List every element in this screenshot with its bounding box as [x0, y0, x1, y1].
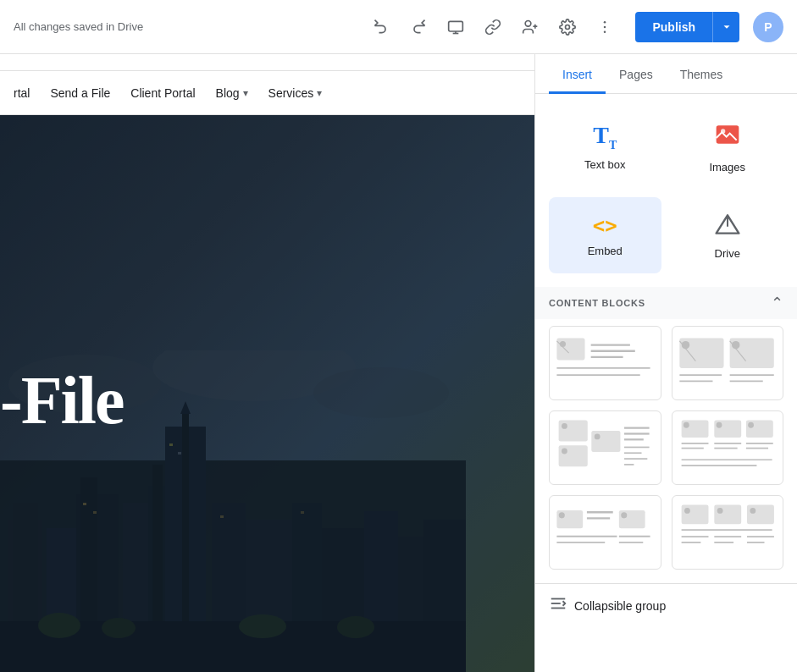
svg-point-81	[716, 422, 722, 428]
insert-images-button[interactable]: Images	[672, 107, 784, 187]
editor-area: rtal Send a File Client Portal Blog ▾ Se…	[0, 54, 534, 672]
insert-grid: TT Text box Images <> Embed	[535, 94, 797, 287]
svg-point-83	[748, 422, 754, 428]
collapsible-group-label: Collapsible group	[574, 599, 666, 613]
avatar[interactable]: P	[753, 12, 783, 42]
settings-button[interactable]	[551, 10, 584, 44]
svg-rect-106	[747, 505, 774, 525]
saved-status: All changes saved in Drive	[14, 20, 357, 33]
insert-textbox-button[interactable]: TT Text box	[549, 107, 661, 187]
nav-send-a-file[interactable]: Send a File	[50, 86, 110, 100]
drive-icon	[714, 211, 741, 240]
svg-point-68	[562, 449, 567, 454]
publish-button[interactable]: Publish	[635, 12, 712, 42]
images-icon	[714, 121, 741, 154]
content-blocks-grid	[535, 319, 797, 583]
drive-label: Drive	[715, 247, 740, 260]
tab-insert[interactable]: Insert	[549, 54, 606, 94]
preview-button[interactable]	[439, 10, 473, 44]
topbar: All changes saved in Drive Publish P	[0, 0, 797, 54]
embed-icon: <>	[593, 214, 617, 238]
nav-portal: rtal	[14, 86, 30, 100]
textbox-label: Text box	[584, 158, 625, 171]
svg-point-70	[595, 433, 601, 439]
svg-rect-102	[681, 505, 708, 525]
collapse-blocks-button[interactable]: ⌃	[771, 294, 783, 312]
insert-drive-button[interactable]: Drive	[672, 197, 784, 273]
services-arrow-icon: ▾	[317, 87, 322, 99]
more-menu-button[interactable]	[588, 10, 622, 44]
block-thumb-6[interactable]	[672, 495, 784, 570]
nav-blog[interactable]: Blog ▾	[216, 86, 248, 100]
svg-rect-67	[559, 445, 588, 466]
embed-label: Embed	[588, 245, 623, 257]
ruler	[0, 54, 534, 71]
svg-rect-65	[559, 421, 588, 442]
insert-panel: Insert Pages Themes TT Text box Images <…	[534, 54, 797, 672]
svg-point-97	[621, 512, 627, 518]
add-collaborator-button[interactable]	[513, 10, 547, 44]
svg-rect-104	[714, 505, 741, 525]
block-thumb-3[interactable]	[549, 410, 661, 485]
main-layout: rtal Send a File Client Portal Blog ▾ Se…	[0, 54, 797, 672]
panel-tabs: Insert Pages Themes	[535, 54, 797, 94]
svg-rect-47	[556, 338, 584, 360]
hero-section: -File	[0, 115, 534, 672]
svg-rect-0	[449, 21, 463, 31]
undo-button[interactable]	[364, 10, 398, 44]
svg-point-66	[562, 423, 567, 429]
tab-themes[interactable]: Themes	[667, 54, 737, 94]
nav-client-portal[interactable]: Client Portal	[130, 86, 195, 100]
svg-point-57	[681, 341, 689, 349]
collapsible-group-row[interactable]: Collapsible group	[535, 583, 797, 627]
images-label: Images	[709, 161, 745, 174]
svg-point-49	[560, 341, 566, 347]
block-thumb-5[interactable]	[549, 495, 661, 570]
insert-embed-button[interactable]: <> Embed	[549, 197, 661, 273]
nav-services[interactable]: Services ▾	[268, 86, 323, 100]
svg-point-8	[604, 25, 606, 28]
svg-point-79	[683, 422, 689, 428]
svg-point-93	[559, 512, 565, 518]
svg-point-9	[604, 30, 606, 33]
publish-dropdown-button[interactable]	[712, 12, 739, 42]
svg-point-107	[750, 508, 755, 514]
svg-point-44	[721, 129, 725, 133]
svg-point-105	[717, 508, 722, 514]
content-blocks-header: CONTENT BLOCKS ⌃	[535, 287, 797, 319]
svg-point-3	[526, 20, 532, 26]
block-thumb-1[interactable]	[549, 326, 661, 400]
svg-point-6	[566, 25, 570, 29]
textbox-icon: TT	[593, 124, 617, 151]
content-blocks-title: CONTENT BLOCKS	[549, 298, 645, 308]
topbar-actions	[364, 10, 622, 44]
tab-pages[interactable]: Pages	[606, 54, 667, 94]
svg-point-7	[604, 20, 606, 23]
svg-rect-69	[591, 431, 620, 452]
copy-link-button[interactable]	[476, 10, 510, 44]
site-nav: rtal Send a File Client Portal Blog ▾ Se…	[0, 71, 534, 115]
svg-point-60	[731, 341, 739, 349]
svg-point-103	[684, 508, 690, 514]
hero-text: -File	[0, 366, 123, 434]
redo-button[interactable]	[401, 10, 435, 44]
blog-arrow-icon: ▾	[243, 87, 248, 99]
collapsible-group-icon	[549, 594, 567, 617]
block-thumb-2[interactable]	[672, 326, 784, 400]
block-thumb-4[interactable]	[672, 410, 784, 485]
publish-group: Publish	[635, 12, 739, 42]
